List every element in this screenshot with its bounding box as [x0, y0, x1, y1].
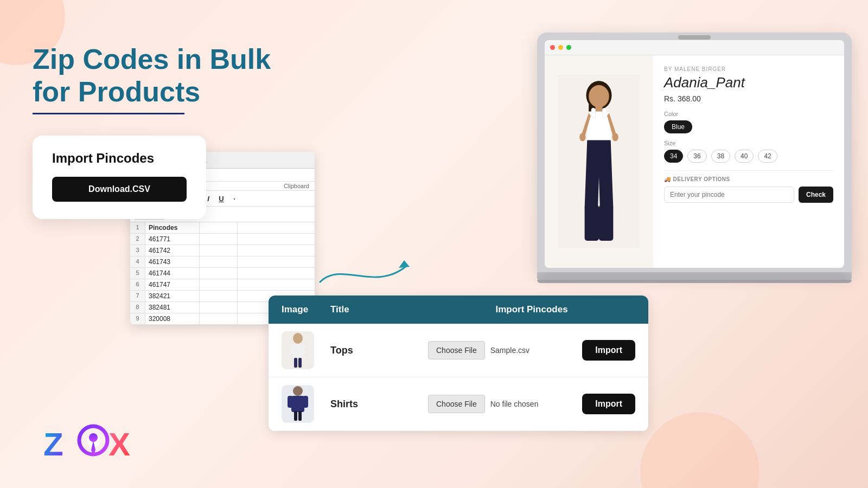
pincode-cell: 320008: [145, 313, 200, 324]
product-price: Rs. 368.00: [664, 94, 833, 103]
check-button[interactable]: Check: [799, 187, 833, 203]
laptop-screen: BY MALENE BIRGER Adania_Pant Rs. 368.00 …: [545, 40, 844, 268]
delivery-label: 🚚 DELIVERY OPTIONS: [664, 176, 833, 182]
size-34-option[interactable]: 34: [664, 150, 683, 163]
size-40-option[interactable]: 40: [735, 150, 754, 163]
svg-text:Z: Z: [43, 426, 63, 461]
tops-import-button[interactable]: Import: [582, 340, 635, 361]
import-card-title: Import Pincodes: [52, 151, 187, 166]
svg-rect-7: [291, 396, 304, 412]
svg-text:X: X: [108, 426, 130, 461]
shirts-import-controls: Choose File No file chosen Import: [428, 394, 635, 414]
hero-title-section: Zip Codes in Bulk for Products: [33, 43, 271, 114]
tops-image-cell: [282, 331, 330, 369]
color-blue-option[interactable]: Blue: [664, 120, 692, 133]
shirts-image-cell: [282, 385, 330, 423]
underline-btn[interactable]: U: [216, 195, 227, 203]
bg-decoration-circle-br: [640, 412, 760, 488]
svg-point-26: [89, 433, 98, 442]
excel-header-row: 1 Pincodes: [130, 222, 315, 234]
laptop-notch: [678, 35, 711, 40]
product-import-table: Image Title Import Pincodes: [269, 296, 648, 431]
screen-top-bar: [545, 40, 844, 55]
col-c-header: [238, 222, 276, 233]
svg-rect-3: [301, 344, 305, 355]
tops-choose-file-button[interactable]: Choose File: [428, 341, 485, 359]
product-row-shirts: Shirts Choose File No file chosen Import: [269, 377, 648, 431]
size-42-option[interactable]: 42: [758, 150, 777, 163]
svg-rect-2: [290, 344, 295, 355]
size-36-option[interactable]: 36: [687, 150, 706, 163]
pincode-cell: 382421: [145, 291, 200, 301]
delivery-section: 🚚 DELIVERY OPTIONS Check: [664, 170, 833, 203]
svg-rect-5: [298, 358, 302, 368]
svg-rect-4: [294, 358, 297, 368]
laptop-body: BY MALENE BIRGER Adania_Pant Rs. 368.00 …: [537, 33, 852, 272]
minimize-dot: [558, 45, 563, 50]
tops-import-controls: Choose File Sample.csv Import: [428, 340, 635, 361]
product-details-area: BY MALENE BIRGER Adania_Pant Rs. 368.00 …: [653, 55, 844, 268]
shirts-choose-file-button[interactable]: Choose File: [428, 395, 485, 413]
row-num-1: 1: [130, 222, 145, 233]
shirts-thumbnail: [282, 385, 314, 423]
pincode-cell: 461744: [145, 268, 200, 279]
table-row: 3 461742: [130, 245, 315, 256]
shirts-file-name: No file chosen: [490, 400, 577, 408]
svg-point-21: [579, 133, 585, 141]
page-title: Zip Codes in Bulk for Products: [33, 43, 271, 108]
screen-content: BY MALENE BIRGER Adania_Pant Rs. 368.00 …: [545, 55, 844, 268]
import-pincodes-card: Import Pincodes Download.CSV: [33, 136, 206, 219]
size-38-option[interactable]: 38: [711, 150, 730, 163]
download-csv-button[interactable]: Download.CSV: [52, 177, 187, 202]
pincode-cell: 461747: [145, 279, 200, 290]
col-b-header: [200, 222, 238, 233]
col-header-import: Import Pincodes: [428, 304, 635, 315]
svg-point-15: [589, 85, 609, 107]
col-header-image: Image: [282, 304, 330, 315]
zox-logo: Z X: [43, 423, 141, 461]
maximize-dot: [566, 45, 571, 50]
shirts-title: Shirts: [330, 399, 428, 410]
table-header: Image Title Import Pincodes: [269, 296, 648, 324]
svg-point-6: [293, 386, 303, 396]
table-row: 5 461744: [130, 268, 315, 279]
product-row-tops: Tops Choose File Sample.csv Import: [269, 324, 648, 377]
title-underline: [33, 113, 184, 114]
svg-rect-9: [303, 396, 308, 408]
svg-rect-19: [585, 205, 599, 241]
svg-rect-18: [603, 108, 607, 118]
svg-point-0: [293, 333, 303, 344]
col-header-pincodes: Pincodes: [145, 222, 200, 233]
brand-name: BY MALENE BIRGER: [664, 66, 833, 72]
tops-image: [282, 332, 314, 369]
table-row: 4 461743: [130, 256, 315, 268]
pincode-cell: 382481: [145, 302, 200, 313]
tops-title: Tops: [330, 345, 428, 356]
svg-rect-8: [288, 396, 293, 408]
svg-rect-20: [599, 205, 613, 241]
size-options: 34 36 38 40 42: [664, 150, 833, 163]
col-header-title: Title: [330, 304, 428, 315]
product-woman-figure: [556, 75, 642, 248]
color-label: Color: [664, 111, 833, 117]
laptop-mockup: BY MALENE BIRGER Adania_Pant Rs. 368.00 …: [537, 33, 852, 283]
svg-rect-17: [591, 108, 596, 118]
table-row: 2 461771: [130, 234, 315, 245]
more-format-btn[interactable]: ·: [229, 195, 240, 203]
truck-icon: 🚚: [664, 176, 671, 182]
pincode-row: Check: [664, 187, 833, 203]
pincode-cell: 461742: [145, 245, 200, 256]
laptop-base: [537, 272, 852, 280]
svg-rect-10: [294, 411, 297, 421]
size-label: Size: [664, 140, 833, 146]
laptop-foot: [537, 280, 852, 283]
pincode-cell: 461743: [145, 256, 200, 267]
close-dot: [550, 45, 555, 50]
pincode-cell: 461771: [145, 234, 200, 245]
product-name: Adania_Pant: [664, 74, 833, 91]
tops-thumbnail: [282, 331, 314, 369]
pincode-input[interactable]: [664, 187, 794, 203]
svg-rect-11: [298, 411, 302, 421]
tops-file-name: Sample.csv: [490, 346, 577, 355]
shirts-import-button[interactable]: Import: [582, 394, 635, 414]
